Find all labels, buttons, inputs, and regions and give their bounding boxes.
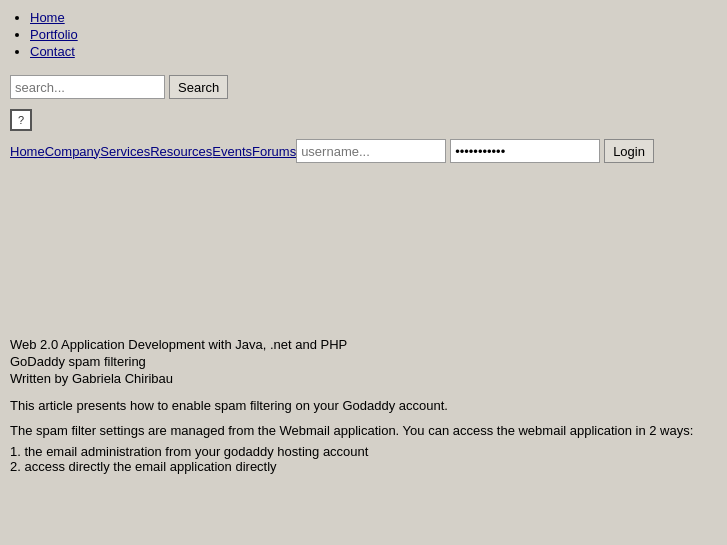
login-button[interactable]: Login bbox=[604, 139, 654, 163]
article-list-item-1: 1. the email administration from your go… bbox=[10, 444, 717, 459]
article-author: Written by Gabriela Chiribau bbox=[10, 371, 717, 386]
content-area: Web 2.0 Application Development with Jav… bbox=[0, 327, 727, 484]
article-body: The spam filter settings are managed fro… bbox=[10, 423, 717, 438]
search-button[interactable]: Search bbox=[169, 75, 228, 99]
main-nav-row: Home Company Services Resources Events F… bbox=[0, 135, 727, 167]
main-nav-forums[interactable]: Forums bbox=[252, 144, 296, 159]
top-navigation: Home Portfolio Contact bbox=[0, 0, 727, 69]
nav-link-home[interactable]: Home bbox=[30, 10, 65, 25]
logo-icon: ? bbox=[10, 109, 32, 131]
main-nav-links: Home Company Services Resources Events F… bbox=[10, 144, 296, 159]
nav-item-contact[interactable]: Contact bbox=[30, 44, 717, 59]
article-intro: This article presents how to enable spam… bbox=[10, 398, 717, 413]
nav-item-portfolio[interactable]: Portfolio bbox=[30, 27, 717, 42]
top-nav-list: Home Portfolio Contact bbox=[10, 10, 717, 59]
article-list-item-2: 2. access directly the email application… bbox=[10, 459, 717, 474]
search-input[interactable] bbox=[10, 75, 165, 99]
username-field[interactable] bbox=[296, 139, 446, 163]
main-nav-events[interactable]: Events bbox=[212, 144, 252, 159]
main-nav-home[interactable]: Home bbox=[10, 144, 45, 159]
site-title: Web 2.0 Application Development with Jav… bbox=[10, 337, 717, 352]
nav-item-home[interactable]: Home bbox=[30, 10, 717, 25]
nav-link-contact[interactable]: Contact bbox=[30, 44, 75, 59]
article-meta: Web 2.0 Application Development with Jav… bbox=[10, 337, 717, 386]
article-title: GoDaddy spam filtering bbox=[10, 354, 717, 369]
login-area: Login bbox=[296, 139, 654, 163]
logo-row: ? bbox=[0, 105, 727, 135]
password-field[interactable] bbox=[450, 139, 600, 163]
main-nav-company[interactable]: Company bbox=[45, 144, 101, 159]
nav-link-portfolio[interactable]: Portfolio bbox=[30, 27, 78, 42]
main-nav-resources[interactable]: Resources bbox=[150, 144, 212, 159]
search-bar: Search bbox=[0, 69, 727, 105]
main-nav-services[interactable]: Services bbox=[100, 144, 150, 159]
